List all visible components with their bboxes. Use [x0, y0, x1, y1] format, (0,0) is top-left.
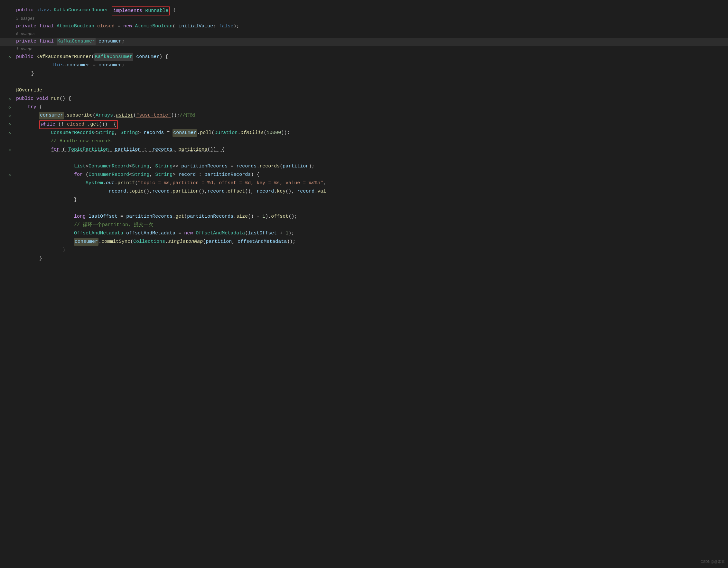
classname: KafkaConsumerRunner [54, 6, 109, 14]
code-line-subscribe: ◇ consumer . subscribe( Arrays. asList( … [0, 112, 728, 120]
gutter-icon-8: ◇ [6, 172, 13, 178]
code-line-constructor: ◇ public KafkaConsumerRunner( KafkaConsu… [0, 53, 728, 61]
code-line-inner-close: } [0, 196, 728, 204]
gutter-icon-2: ◇ [6, 96, 13, 102]
code-line-loop-comment: // 循环一个partition, 提交一次 [0, 221, 728, 229]
code-line-consumer-records: ◇ ConsumerRecords< String, String> recor… [0, 129, 728, 137]
gutter-icon-4: ◇ [6, 113, 13, 119]
code-line-kafka-consumer: private final KafkaConsumer consumer; [0, 38, 728, 46]
code-line-try-close: } [0, 255, 728, 263]
gutter-icon-1: ◇ [6, 54, 13, 60]
code-line-commit-sync: consumer . commitSync( Collections. sing… [0, 238, 728, 246]
code-line-override: @Override [0, 87, 728, 95]
code-line-offset-metadata: OffsetAndMetadata offsetAndMetadata = ne… [0, 229, 728, 238]
code-editor: public class KafkaConsumerRunner impleme… [0, 0, 728, 568]
blank-3 [0, 204, 728, 213]
code-line-for-close-outer: } [0, 246, 728, 255]
implements-box: implements Runnable [112, 6, 170, 15]
code-line-record-calls: record.topic(), record.partition(), reco… [0, 188, 728, 196]
gutter-icon-3: ◇ [6, 105, 13, 111]
code-line-for-partition: ◇ for ( TopicPartition partition : recor… [0, 146, 728, 154]
code-line-for-consumer-record: ◇ for ( ConsumerRecord< String, String> … [0, 171, 728, 179]
gutter-icon-7: ◇ [6, 147, 13, 153]
blank-1 [0, 78, 728, 87]
kw-class: class [36, 6, 51, 14]
hint-3-usages: 3 usages [0, 15, 728, 23]
hint-1-usage: 1 usage [0, 46, 728, 53]
code-line-atomic: private final AtomicBoolean closed = new… [0, 23, 728, 31]
code-line-list-partition: List< ConsumerRecord< String, String>> p… [0, 163, 728, 171]
blank-2 [0, 154, 728, 163]
code-line-system-out: System. out. printf( "topic = %s,partiti… [0, 179, 728, 188]
code-line-try: ◇ try { [0, 103, 728, 112]
code-line-last-offset: long lastOffset = partitionRecords. get(… [0, 213, 728, 221]
gutter-icon-5: ◇ [6, 121, 13, 127]
code-line-while: ◇ while (! closed .get()) { [0, 120, 728, 129]
kw-public: public [16, 6, 33, 14]
watermark: CSDN@@素素 [700, 559, 725, 565]
gutter-icon-6: ◇ [6, 130, 13, 136]
code-line-1: public class KafkaConsumerRunner impleme… [0, 6, 728, 15]
hint-6-usages: 6 usages [0, 31, 728, 38]
punct-open: { [173, 6, 176, 14]
code-line-run: ◇ public void run() { [0, 95, 728, 103]
code-line-this-consumer: this. consumer = consumer; [0, 61, 728, 70]
code-line-handle-comment: // Handle new records [0, 137, 728, 146]
code-line-close-constructor: } [0, 70, 728, 78]
